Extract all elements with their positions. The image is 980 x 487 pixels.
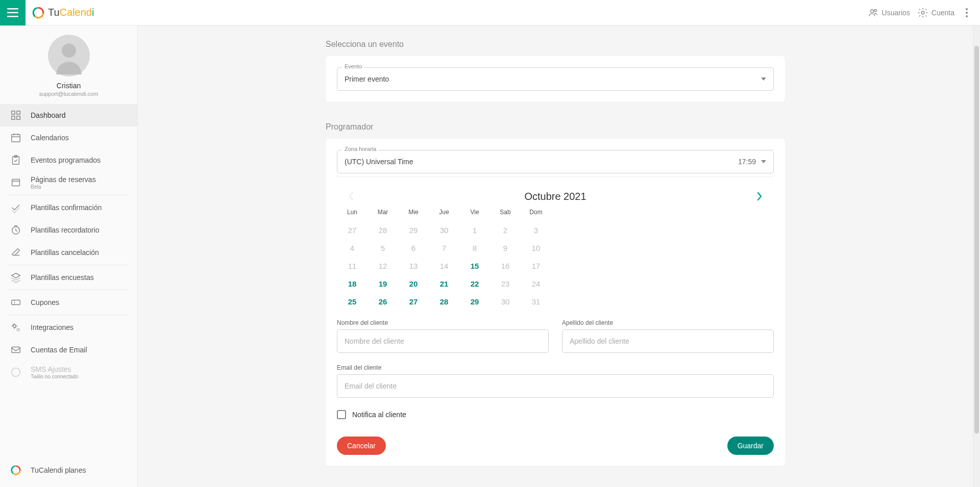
- cancel-button[interactable]: Cancelar: [337, 437, 386, 455]
- sidebar-item-booking[interactable]: Páginas de reservasBeta: [0, 171, 137, 194]
- ticket-icon: [10, 297, 21, 308]
- event-select[interactable]: Primer evento: [337, 67, 774, 91]
- sidebar: Cristian support@tucalendi.com Dashboard…: [0, 25, 138, 487]
- brand[interactable]: TuCalendi: [32, 6, 94, 19]
- notify-checkbox[interactable]: [337, 410, 346, 419]
- calendar-dow: Lun: [337, 209, 368, 219]
- calendar-day: 30: [490, 295, 521, 308]
- brand-name: TuCalendi: [48, 7, 94, 18]
- calendar-day[interactable]: 29: [459, 295, 490, 308]
- gears-icon: [10, 322, 21, 333]
- svg-rect-23: [12, 347, 20, 353]
- svg-rect-11: [12, 111, 15, 114]
- calendar-day: 30: [429, 224, 459, 237]
- svg-rect-14: [17, 116, 20, 119]
- notify-label: Notifica al cliente: [352, 411, 406, 419]
- calendar-prev: [344, 189, 358, 203]
- sidebar-item-tpl-cancel[interactable]: Plantillas cancelación: [0, 241, 137, 264]
- save-button[interactable]: Guardar: [727, 437, 774, 455]
- email-label: Email del cliente: [337, 364, 774, 371]
- email-input[interactable]: [337, 374, 774, 398]
- sidebar-item-scheduled[interactable]: Eventos programados: [0, 149, 137, 171]
- calendar-day[interactable]: 26: [368, 295, 398, 308]
- calendar-day: 2: [490, 224, 521, 237]
- calendar-icon: [10, 132, 21, 143]
- calendar: Octubre 2021 LunMarMieJueVieSabDom272829…: [337, 176, 774, 308]
- event-card: Evento Primer evento: [326, 56, 785, 102]
- calendar-day[interactable]: 27: [398, 295, 429, 308]
- check-icon: [10, 202, 21, 213]
- svg-rect-2: [7, 16, 18, 17]
- calendar-day[interactable]: 25: [337, 295, 368, 308]
- sidebar-item-calendars[interactable]: Calendarios: [0, 126, 137, 149]
- svg-rect-12: [17, 111, 20, 114]
- sidebar-item-email[interactable]: Cuentas de Email: [0, 339, 137, 361]
- calendar-day: 28: [368, 224, 398, 237]
- calendar-day[interactable]: 18: [337, 277, 368, 290]
- current-time: 17:59: [738, 158, 756, 166]
- calendar-day: 10: [521, 242, 551, 254]
- sidebar-item-dashboard[interactable]: Dashboard: [0, 104, 137, 126]
- scroll-thumb[interactable]: [974, 46, 979, 433]
- section-select-event: Selecciona un evento: [326, 40, 785, 49]
- svg-rect-15: [12, 135, 20, 142]
- account-link[interactable]: Cuenta: [917, 7, 954, 18]
- calendar-day[interactable]: 21: [429, 277, 459, 290]
- calendar-dow: Vie: [459, 209, 490, 219]
- calendar-day: 4: [337, 242, 368, 254]
- profile-email: support@tucalendi.com: [39, 91, 99, 97]
- sidebar-item-tpl-reminder[interactable]: Plantillas recordatorio: [0, 219, 137, 241]
- calendar-day[interactable]: 20: [398, 277, 429, 290]
- clipboard-icon: [10, 155, 21, 166]
- calendar-day[interactable]: 15: [459, 260, 490, 272]
- eraser-icon: [10, 247, 21, 258]
- calendar-dow: Mie: [398, 209, 429, 219]
- calendar-day: 5: [368, 242, 398, 254]
- calendar-day[interactable]: 22: [459, 277, 490, 290]
- brand-logo-icon: [32, 6, 45, 19]
- sidebar-item-coupons[interactable]: Cupones: [0, 291, 137, 314]
- section-scheduler: Programador: [326, 122, 785, 132]
- calendar-day: 3: [521, 224, 551, 237]
- main-content: Selecciona un evento Evento Primer event…: [138, 25, 973, 487]
- last-name-label: Apellido del cliente: [562, 319, 774, 326]
- main-scrollbar[interactable]: [973, 25, 980, 487]
- layers-icon: [10, 272, 21, 283]
- scheduler-card: Zona horaria (UTC) Universal Time 17:59 …: [326, 139, 785, 466]
- timezone-select[interactable]: (UTC) Universal Time 17:59: [337, 150, 774, 173]
- hamburger-menu[interactable]: [0, 0, 26, 25]
- calendar-day: 16: [490, 260, 521, 272]
- users-link[interactable]: Usuarios: [868, 8, 910, 18]
- last-name-input[interactable]: [562, 329, 774, 353]
- svg-rect-20: [12, 300, 20, 304]
- svg-rect-13: [12, 116, 15, 119]
- sidebar-item-tpl-confirm[interactable]: Plantillas confirmación: [0, 196, 137, 219]
- more-menu[interactable]: [962, 8, 972, 17]
- calendar-title: Octubre 2021: [524, 191, 586, 202]
- profile-name: Cristian: [57, 82, 81, 90]
- calendar-dow: Jue: [429, 209, 459, 219]
- sidebar-plans[interactable]: TuCalendi planes: [0, 458, 137, 487]
- sidebar-item-integrations[interactable]: Integraciones: [0, 316, 137, 339]
- calendar-day: 29: [398, 224, 429, 237]
- calendar-day: 27: [337, 224, 368, 237]
- calendar-day[interactable]: 19: [368, 277, 398, 290]
- calendar-day: 11: [337, 260, 368, 272]
- first-name-input[interactable]: [337, 329, 549, 353]
- grid-icon: [10, 110, 21, 121]
- page-icon: [10, 177, 21, 188]
- calendar-day[interactable]: 28: [429, 295, 459, 308]
- first-name-label: Nombre del cliente: [337, 319, 549, 326]
- chevron-right-icon: [756, 191, 763, 201]
- users-icon: [868, 8, 879, 18]
- gear-icon: [917, 7, 928, 18]
- tz-label: Zona horaria: [342, 146, 379, 152]
- caret-down-icon: [761, 78, 766, 81]
- brand-logo-icon: [10, 465, 21, 476]
- calendar-day: 7: [429, 242, 459, 254]
- svg-point-7: [874, 9, 876, 12]
- sidebar-item-tpl-survey[interactable]: Plantillas encuestas: [0, 266, 137, 289]
- calendar-next[interactable]: [752, 189, 767, 203]
- svg-rect-18: [12, 180, 20, 186]
- svg-point-22: [17, 328, 19, 331]
